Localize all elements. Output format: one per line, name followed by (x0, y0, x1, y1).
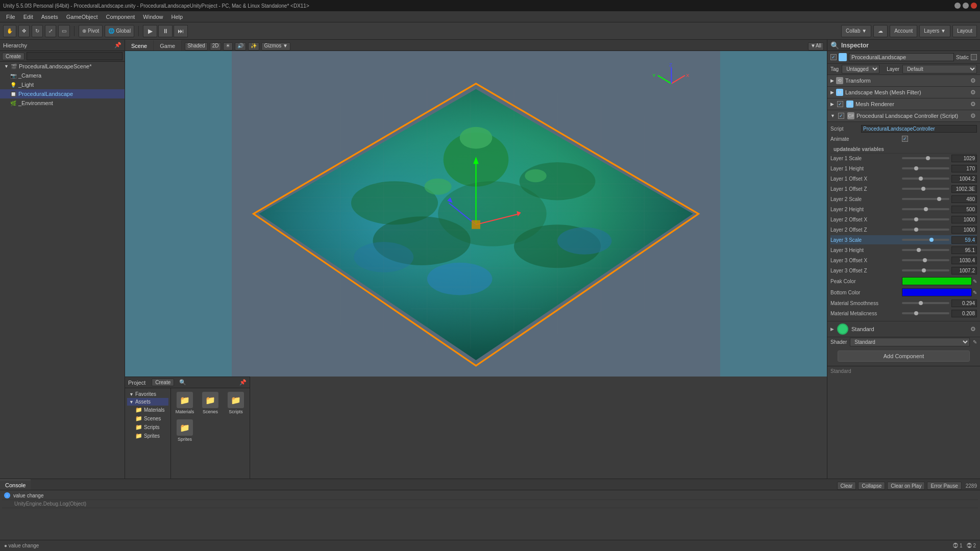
scene-tab[interactable]: Scene (125, 40, 154, 51)
maximize-btn[interactable] (963, 3, 969, 9)
metalicness-slider[interactable]: 0.208 (902, 310, 977, 317)
bottom-color-swatch[interactable] (902, 288, 972, 296)
layer3-offsetx-slider[interactable]: 1030.4 (902, 257, 977, 264)
pause-btn[interactable]: ⏸ (158, 25, 173, 37)
favorites-header[interactable]: ▼ Favorites (127, 390, 168, 398)
layer2-scale-slider[interactable]: 480 (902, 195, 977, 203)
tag-dropdown[interactable]: Untagged (842, 65, 879, 73)
hierarchy-create-btn[interactable]: Create (2, 53, 24, 60)
game-tab[interactable]: Game (154, 40, 182, 51)
clear-on-play-btn[interactable]: Clear on Play (887, 482, 925, 490)
smoothness-slider[interactable]: 0.294 (902, 299, 977, 307)
layer-dropdown[interactable]: Default (902, 65, 977, 73)
hierarchy-environment[interactable]: 🌿 _Environment (0, 98, 125, 108)
menu-edit[interactable]: Edit (19, 13, 37, 21)
layer1-offsetz-slider[interactable]: 1002.3E (902, 185, 977, 193)
script-field-value[interactable]: ProceduralLandscapeController (861, 125, 977, 133)
hierarchy-scene-root[interactable]: ▼ 🎬 ProceduralLandscapeScene* (0, 62, 125, 71)
step-btn[interactable]: ⏭ (174, 25, 188, 37)
layer1-height-slider[interactable]: 170 (902, 165, 977, 172)
layers-btn[interactable]: Layers ▼ (919, 25, 950, 37)
fx-btn[interactable]: ✨ (248, 42, 259, 51)
all-btn[interactable]: ▼All (808, 42, 824, 51)
animate-checkbox[interactable]: ✓ (902, 136, 908, 142)
layer2-offsetz-slider[interactable]: 1000 (902, 226, 977, 234)
project-create-btn[interactable]: Create (152, 379, 174, 386)
layout-btn[interactable]: Layout (952, 25, 977, 37)
shader-edit-icon[interactable]: ✎ (973, 339, 977, 345)
bottom-color-edit-icon[interactable]: ✎ (973, 290, 977, 295)
assets-header[interactable]: ▼ Assets (127, 398, 168, 406)
collab-btn[interactable]: Collab ▼ (841, 25, 871, 37)
asset-scripts[interactable]: 📁 Scripts (224, 390, 248, 416)
global-btn[interactable]: 🌐 Global (105, 25, 134, 37)
sprites-folder[interactable]: 📁 Sprites (127, 432, 168, 440)
cloud-btn[interactable]: ☁ (873, 25, 888, 37)
peak-color-edit-icon[interactable]: ✎ (973, 279, 977, 284)
asset-sprites[interactable]: 📁 Sprites (173, 418, 197, 443)
layer1-scale-slider[interactable]: 1029 (902, 155, 977, 162)
lighting-btn[interactable]: ☀ (223, 42, 233, 51)
close-btn[interactable] (971, 3, 977, 9)
script-settings-icon[interactable]: ⚙ (969, 112, 977, 120)
hierarchy-landscape[interactable]: 🔲 ProceduralLandscape (0, 89, 125, 98)
move-tool-btn[interactable]: ✥ (18, 25, 30, 37)
shader-dropdown[interactable]: Standard (850, 338, 970, 346)
script-checkbox[interactable]: ✓ (838, 113, 844, 119)
shading-dropdown[interactable]: Shaded (185, 42, 207, 51)
layer2-offsetx-slider[interactable]: 1000 (902, 216, 977, 223)
pivot-btn[interactable]: ⊕ Pivot (79, 25, 103, 37)
mesh-renderer-checkbox[interactable]: ✓ (837, 101, 843, 107)
layer1-offsetx-slider[interactable]: 1004.2 (902, 175, 977, 183)
layer2-height-slider[interactable]: 500 (902, 206, 977, 213)
peak-color-swatch[interactable] (902, 277, 972, 285)
layer3-offsetz-slider[interactable]: 1007.2 (902, 267, 977, 274)
minimize-btn[interactable] (954, 3, 961, 9)
object-enabled-checkbox[interactable]: ✓ (830, 54, 837, 60)
gizmos-btn[interactable]: Gizmos ▼ (261, 42, 290, 51)
scenes-folder[interactable]: 📁 Scenes (127, 414, 168, 423)
audio-btn[interactable]: 🔊 (235, 42, 246, 51)
mesh-filter-header[interactable]: ▶ M Landscape Mesh (Mesh Filter) ⚙ (827, 87, 980, 98)
add-component-btn[interactable]: Add Component (838, 350, 970, 362)
rect-tool-btn[interactable]: ▭ (58, 25, 70, 37)
menu-window[interactable]: Window (139, 13, 167, 21)
menu-component[interactable]: Component (102, 13, 139, 21)
play-btn[interactable]: ▶ (143, 25, 157, 37)
clear-btn[interactable]: Clear (837, 482, 856, 490)
rotate-tool-btn[interactable]: ↻ (32, 25, 43, 37)
hierarchy-light[interactable]: 💡 _Light (0, 80, 125, 89)
account-btn[interactable]: Account (890, 25, 917, 37)
mesh-renderer-header[interactable]: ▶ ✓ R Mesh Renderer ⚙ (827, 98, 980, 110)
transform-header[interactable]: ▶ ⟲ Transform ⚙ (827, 75, 980, 87)
mesh-renderer-settings-icon[interactable]: ⚙ (969, 100, 977, 108)
scripts-folder[interactable]: 📁 Scripts (127, 423, 168, 432)
menu-gameobject[interactable]: GameObject (62, 13, 102, 21)
mesh-filter-settings-icon[interactable]: ⚙ (969, 88, 977, 96)
menu-help[interactable]: Help (167, 13, 187, 21)
transform-settings-icon[interactable]: ⚙ (969, 77, 977, 85)
scale-tool-btn[interactable]: ⤢ (45, 25, 56, 37)
material-icon (837, 323, 848, 335)
asset-scenes[interactable]: 📁 Scenes (199, 390, 222, 416)
hierarchy-camera[interactable]: 📷 _Camera (0, 71, 125, 80)
menu-file[interactable]: File (2, 13, 19, 21)
asset-materials[interactable]: 📁 Materials (173, 390, 197, 416)
layer3-height-slider[interactable]: 95.1 (902, 246, 977, 254)
standard-settings-icon[interactable]: ⚙ (969, 325, 977, 333)
2d-btn[interactable]: 2D (210, 42, 222, 51)
script-header[interactable]: ▼ ✓ C# Procedural Landscape Controller (… (827, 110, 980, 122)
hand-tool-btn[interactable]: ✋ (3, 25, 16, 37)
console-tab[interactable]: Console (0, 480, 31, 490)
materials-folder[interactable]: 📁 Materials (127, 406, 168, 414)
static-checkbox[interactable] (971, 54, 977, 60)
menu-assets[interactable]: Assets (37, 13, 62, 21)
object-name-input[interactable] (849, 53, 954, 61)
collapse-btn[interactable]: Collapse (858, 482, 885, 490)
scene-viewport: X Y Z (125, 51, 827, 377)
error-pause-btn[interactable]: Error Pause (927, 482, 961, 490)
standard-row[interactable]: ▶ Standard ⚙ (827, 321, 980, 337)
project-search-icon[interactable]: 🔍 (179, 379, 186, 386)
layer3-scale-slider[interactable]: 59.4 (902, 236, 977, 244)
hierarchy-search-input[interactable] (27, 52, 122, 60)
